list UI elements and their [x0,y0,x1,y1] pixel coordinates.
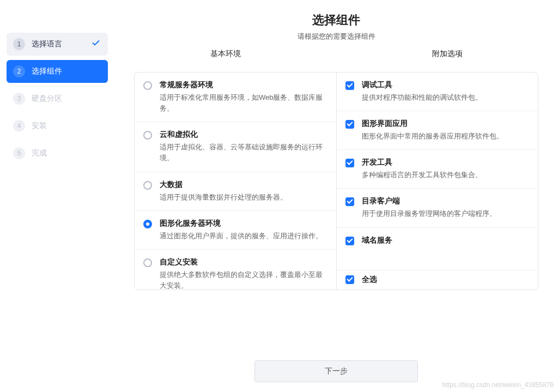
option-desc: 适用于提供海量数据并行处理的服务器。 [160,192,326,203]
checkbox-icon [345,159,354,167]
step-label: 选择组件 [32,67,62,76]
page-subtitle: 请根据您的需要选择组件 [114,32,558,41]
basic-env-option-std-server[interactable]: 常规服务器环境 适用于标准化常用服务环境，如Web服务、数据库服务。 [135,73,336,122]
checkbox-icon [345,81,354,90]
option-title: 图形化服务器环境 [160,219,326,228]
option-title: 常规服务器环境 [160,80,326,90]
step-number: 4 [13,120,25,132]
radio-icon [143,220,152,228]
option-desc: 图形化界面中常用的服务器应用程序软件包。 [362,131,529,142]
step-number: 1 [13,38,25,50]
option-title: 域名服务 [362,236,529,245]
checkbox-icon [345,275,354,284]
addon-option-dns[interactable]: 域名服务 [337,228,538,255]
step-number: 3 [13,93,25,105]
option-title: 调试工具 [362,80,529,90]
step-partition: 3 硬盘分区 [7,87,108,110]
option-desc: 多种编程语言的开发工具软件包集合。 [362,170,529,180]
addon-option-gui-app[interactable]: 图形界面应用 图形化界面中常用的服务器应用程序软件包。 [337,111,538,150]
step-number: 5 [13,147,25,159]
step-install: 4 安装 [7,114,108,137]
addon-panel: 调试工具 提供对程序功能和性能的调试软件包。 图形界面应用 图形化界面中常用的服… [337,73,538,290]
option-title: 云和虚拟化 [160,130,326,140]
select-all-row[interactable]: 全选 [337,270,538,289]
option-desc: 适用于标准化常用服务环境，如Web服务、数据库服务。 [160,92,326,114]
addon-option-dir-client[interactable]: 目录客户端 用于使用目录服务管理网络的客户端程序。 [337,189,538,227]
step-number: 2 [13,65,25,77]
step-label: 选择语言 [32,39,62,49]
option-title: 目录客户端 [362,196,529,206]
page-title: 选择组件 [114,12,558,28]
basic-env-option-bigdata[interactable]: 大数据 适用于提供海量数据并行处理的服务器。 [135,172,336,211]
check-icon [92,39,100,50]
addon-option-devtools[interactable]: 开发工具 多种编程语言的开发工具软件包集合。 [337,150,538,189]
basic-env-option-custom[interactable]: 自定义安装 提供绝大多数软件包组的自定义选择，覆盖最小至最大安装。 [135,250,336,290]
column-headers: 基本环境 附加选项 [114,49,558,59]
option-title: 大数据 [160,180,326,190]
checkbox-icon [345,197,354,206]
radio-icon [143,81,152,90]
footer: 下一步 [114,352,558,392]
basic-env-panel[interactable]: 常规服务器环境 适用于标准化常用服务环境，如Web服务、数据库服务。 云和虚拟化… [135,73,337,290]
step-label: 硬盘分区 [32,94,62,104]
option-desc: 适用于虚拟化、容器、云等基础设施即服务的运行环境。 [160,142,326,164]
col-header-addon: 附加选项 [336,49,558,59]
wizard-sidebar: 1 选择语言 2 选择组件 3 硬盘分区 4 安装 5 完成 [0,0,114,392]
step-components[interactable]: 2 选择组件 [7,60,108,83]
option-title: 图形界面应用 [362,119,529,129]
step-finish: 5 完成 [7,142,108,165]
col-header-basic: 基本环境 [114,49,336,59]
main-content: 选择组件 请根据您的需要选择组件 基本环境 附加选项 常规服务器环境 适用于标准… [114,0,558,392]
component-panels: 常规服务器环境 适用于标准化常用服务环境，如Web服务、数据库服务。 云和虚拟化… [134,72,538,290]
radio-icon [143,181,152,190]
option-desc: 用于使用目录服务管理网络的客户端程序。 [362,208,529,219]
radio-icon [143,131,152,140]
basic-env-option-cloud-virt[interactable]: 云和虚拟化 适用于虚拟化、容器、云等基础设施即服务的运行环境。 [135,122,336,172]
addon-scroll[interactable]: 调试工具 提供对程序功能和性能的调试软件包。 图形界面应用 图形化界面中常用的服… [337,73,538,270]
option-desc: 提供绝大多数软件包组的自定义选择，覆盖最小至最大安装。 [160,269,326,290]
step-label: 安装 [32,121,47,131]
step-language[interactable]: 1 选择语言 [7,33,108,56]
option-desc: 提供对程序功能和性能的调试软件包。 [362,92,529,103]
step-label: 完成 [32,148,47,158]
checkbox-icon [345,120,354,129]
basic-env-option-gui-server[interactable]: 图形化服务器环境 通过图形化用户界面，提供的服务、应用进行操作。 [135,211,336,250]
option-desc: 通过图形化用户界面，提供的服务、应用进行操作。 [160,231,326,242]
option-title: 开发工具 [362,158,529,167]
option-title: 自定义安装 [160,257,326,267]
checkbox-icon [345,237,354,245]
radio-icon [143,258,152,267]
addon-option-debug[interactable]: 调试工具 提供对程序功能和性能的调试软件包。 [337,73,538,111]
next-button[interactable]: 下一步 [254,360,418,382]
select-all-label: 全选 [362,275,377,285]
